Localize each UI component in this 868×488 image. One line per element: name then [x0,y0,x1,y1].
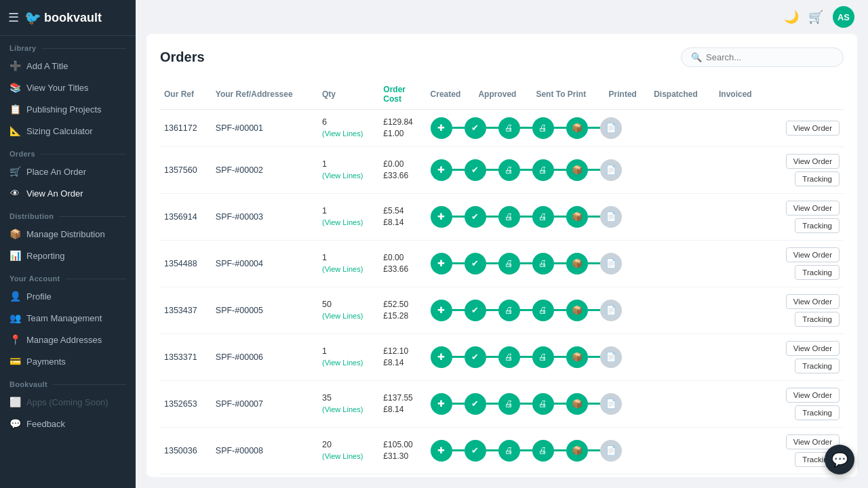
pipe-line-3 [554,127,566,129]
pipeline-step-1: ✔ [465,346,486,368]
pipeline-step-3: 🖨 [532,440,554,462]
pipe-line-3 [554,169,566,171]
pipe-line-2 [520,216,532,218]
pipeline-step-1: ✔ [465,253,486,274]
sidebar-item-apps: ⬜ Apps (Coming Soon) [0,391,136,413]
pipeline-step-1: ✔ [465,117,486,139]
pipeline-step-5: 📄 [600,117,622,139]
pipeline-step-1: ✔ [465,393,486,415]
pipe-line-0 [452,262,465,264]
pipeline-step-2: 🖨 [498,300,520,321]
pipeline-step-0: ✚ [431,440,452,462]
col-your-ref: Your Ref/Addressee [212,79,318,110]
sidebar-item-publishing[interactable]: 📋 Publishing Projects [0,98,136,120]
pipe-line-4 [588,127,600,129]
pipeline-step-5: 📄 [600,346,622,368]
people-icon: 👥 [9,312,20,323]
cell-our-ref: 1357560 [160,146,212,193]
cart-topbar-icon[interactable]: 🛒 [808,9,823,24]
avatar[interactable]: AS [833,6,854,28]
pipeline-step-1: ✔ [465,206,486,228]
orders-table: Our Ref Your Ref/Addressee Qty OrderCost… [160,79,844,477]
pipe-line-0 [452,356,465,358]
view-order-button[interactable]: View Order [786,294,840,309]
pipeline-step-2: 🖨 [498,159,520,181]
cell-actions: View OrderTracking [766,146,844,193]
section-distribution: Distribution [0,204,136,223]
pipeline-step-4: 📦 [566,117,588,139]
cell-pipeline: ✚✔🖨🖨📦📄 [427,193,766,240]
view-lines-link[interactable]: (View Lines) [322,405,375,415]
sidebar-item-view-titles[interactable]: 📚 View Your Titles [0,77,136,98]
cell-your-ref: SPF-#00006 [212,333,318,380]
sidebar-item-place-order[interactable]: 🛒 Place An Order [0,161,136,182]
view-lines-link[interactable]: (View Lines) [322,451,375,462]
view-order-button[interactable]: View Order [786,388,840,403]
view-lines-link[interactable]: (View Lines) [322,129,375,139]
sidebar-item-manage-distribution[interactable]: 📦 Manage Distribution [0,223,136,245]
sidebar-item-feedback[interactable]: 💬 Feedback [0,413,136,434]
sidebar-item-reporting[interactable]: 📊 Reporting [0,245,136,266]
search-box: 🔍 [681,47,844,67]
view-order-button[interactable]: View Order [786,121,840,136]
view-order-button[interactable]: View Order [786,341,840,356]
sidebar-label-publishing: Publishing Projects [26,104,102,115]
view-order-button[interactable]: View Order [786,247,840,262]
pipe-line-0 [452,449,465,451]
cost-value-1: £12.10 [383,346,422,357]
pipeline-step-5: 📄 [600,300,622,321]
hamburger-icon[interactable]: ☰ [8,10,19,25]
col-approved: Approved [474,79,532,110]
chat-bubble[interactable]: 💬 [825,445,854,474]
tracking-button[interactable]: Tracking [795,405,840,420]
tracking-button[interactable]: Tracking [795,265,840,280]
cell-qty: 1 (View Lines) [318,240,379,287]
theme-toggle-icon[interactable]: 🌙 [784,9,799,24]
view-order-button[interactable]: View Order [786,201,840,216]
pipeline-step-1: ✔ [465,300,486,321]
view-lines-link[interactable]: (View Lines) [322,311,375,321]
cell-your-ref: SPF-#00003 [212,193,318,240]
cell-cost: £105.00 £31.30 [379,427,426,474]
pipe-line-4 [588,449,600,451]
view-lines-link[interactable]: (View Lines) [322,358,375,368]
view-lines-link[interactable]: (View Lines) [322,218,375,228]
cell-pipeline: ✚✔🖨🖨📦📄 [427,146,766,193]
table-row: 1357560 SPF-#00002 1 (View Lines) £0.00 … [160,146,844,193]
view-lines-link[interactable]: (View Lines) [322,171,375,181]
search-input[interactable] [706,52,833,62]
pipeline-step-0: ✚ [431,393,452,415]
pipe-line-4 [588,403,600,405]
sidebar-item-add-title[interactable]: ➕ Add A Title [0,55,136,77]
qty-value: 1 [322,205,375,218]
orders-data-table: Our Ref Your Ref/Addressee Qty OrderCost… [160,79,844,474]
col-invoiced: Invoiced [715,79,766,110]
sidebar-item-sizing[interactable]: 📐 Sizing Calculator [0,120,136,142]
pipe-line-1 [486,216,498,218]
cell-actions: View OrderTracking [766,333,844,380]
cost-value-2: £33.66 [383,264,422,275]
tracking-button[interactable]: Tracking [795,312,840,327]
sidebar-item-profile[interactable]: 👤 Profile [0,285,136,307]
pipe-line-2 [520,449,532,451]
pipeline-step-2: 🖨 [498,440,520,462]
pipe-line-3 [554,216,566,218]
pipe-line-4 [588,356,600,358]
tracking-button[interactable]: Tracking [795,359,840,373]
search-icon: 🔍 [691,52,702,62]
cell-our-ref: 1353371 [160,333,212,380]
sidebar-item-team[interactable]: 👥 Team Management [0,307,136,329]
pipe-line-1 [486,127,498,129]
view-order-button[interactable]: View Order [786,154,840,169]
sidebar-item-view-order[interactable]: 👁 View An Order [0,182,136,204]
pipeline-step-4: 📦 [566,300,588,321]
cell-our-ref: 1361172 [160,110,212,147]
sidebar-item-addresses[interactable]: 📍 Manage Addresses [0,329,136,350]
view-lines-link[interactable]: (View Lines) [322,264,375,274]
table-row: 1353437 SPF-#00005 50 (View Lines) £52.5… [160,287,844,333]
tracking-button[interactable]: Tracking [795,218,840,233]
sidebar-item-payments[interactable]: 💳 Payments [0,350,136,372]
pipeline-step-4: 📦 [566,393,588,415]
pipe-line-2 [520,262,532,264]
tracking-button[interactable]: Tracking [795,171,840,186]
